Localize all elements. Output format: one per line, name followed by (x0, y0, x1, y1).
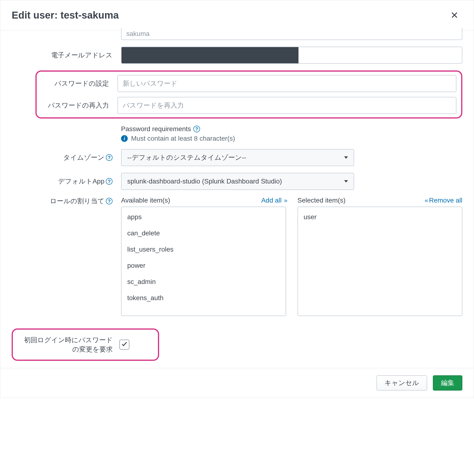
roles-panels: Available item(s) Add all » appscan_dele… (121, 197, 462, 316)
selected-panel: Selected item(s) « Remove all user (297, 197, 463, 316)
help-icon[interactable]: ? (106, 178, 113, 185)
info-icon: i (121, 135, 128, 142)
list-item[interactable]: list_users_roles (122, 241, 286, 257)
password-confirm-label: パスワードの再入力 (37, 101, 117, 110)
add-all-text: Add all (261, 197, 282, 204)
password-confirm-input[interactable] (117, 97, 457, 114)
timezone-row: タイムゾーン ? --デフォルトのシステムタイムゾーン-- (12, 149, 462, 166)
help-icon[interactable]: ? (193, 126, 200, 132)
default-app-label-text: デフォルトApp (58, 177, 104, 186)
password-set-input[interactable] (117, 75, 457, 92)
remove-all-link[interactable]: « Remove all (425, 197, 462, 204)
timezone-label: タイムゾーン ? (12, 153, 121, 162)
edit-user-modal: Edit user: test-sakuma ✕ 電子メールアドレス パスワード… (0, 0, 474, 398)
password-requirements-title: Password requirements ? (121, 125, 235, 133)
roles-label: ロールの割り当て ? (12, 197, 121, 206)
roles-label-text: ロールの割り当て (50, 197, 104, 206)
cancel-button[interactable]: キャンセル (376, 375, 427, 391)
password-requirements-row: Password requirements ? i Must contain a… (12, 125, 462, 142)
list-item[interactable]: power (122, 257, 286, 274)
password-requirements: Password requirements ? i Must contain a… (121, 125, 235, 142)
available-heading: Available item(s) (121, 197, 170, 204)
list-item[interactable]: apps (122, 209, 286, 225)
chevron-down-icon (344, 180, 348, 183)
list-item[interactable]: tokens_auth (122, 290, 286, 306)
chevron-double-left-icon: « (425, 197, 426, 204)
default-app-dropdown[interactable]: splunk-dashboard-studio (Splunk Dashboar… (121, 173, 354, 190)
email-label: 電子メールアドレス (12, 51, 121, 60)
email-input[interactable] (121, 47, 462, 64)
close-button[interactable]: ✕ (447, 8, 462, 23)
timezone-value: --デフォルトのシステムタイムゾーン-- (127, 153, 246, 162)
default-app-row: デフォルトApp ? splunk-dashboard-studio (Splu… (12, 173, 462, 190)
modal-title: Edit user: test-sakuma (12, 10, 119, 21)
timezone-dropdown[interactable]: --デフォルトのシステムタイムゾーン-- (121, 149, 354, 166)
password-requirement-item: i Must contain at least 8 character(s) (121, 135, 235, 142)
list-item[interactable]: sc_admin (122, 274, 286, 290)
list-item[interactable]: can_delete (122, 225, 286, 241)
password-requirement-text: Must contain at least 8 character(s) (131, 135, 235, 142)
selected-heading: Selected item(s) (297, 197, 345, 204)
fullname-input[interactable] (121, 28, 462, 40)
modal-header: Edit user: test-sakuma ✕ (0, 0, 474, 31)
require-change-checkbox[interactable] (119, 340, 129, 350)
timezone-label-text: タイムゾーン (63, 153, 104, 162)
modal-body: 電子メールアドレス パスワードの設定 パスワードの再入力 Password re… (0, 28, 474, 368)
modal-footer: キャンセル 編集 (0, 368, 474, 398)
help-icon[interactable]: ? (106, 154, 113, 161)
roles-row: ロールの割り当て ? Available item(s) Add all » a… (12, 197, 462, 316)
available-header: Available item(s) Add all » (121, 197, 286, 204)
chevron-double-right-icon: » (284, 197, 286, 204)
email-row: 電子メールアドレス (12, 47, 462, 64)
list-item[interactable]: user (298, 209, 462, 225)
available-listbox[interactable]: appscan_deletelist_users_rolespowersc_ad… (121, 206, 286, 316)
require-change-highlight-box: 初回ログイン時にパスワードの変更を要求 (12, 328, 159, 361)
selected-header: Selected item(s) « Remove all (297, 197, 463, 204)
default-app-label: デフォルトApp ? (12, 177, 121, 186)
password-set-row: パスワードの設定 (37, 75, 457, 92)
chevron-down-icon (344, 156, 348, 159)
close-icon: ✕ (450, 10, 458, 20)
save-button[interactable]: 編集 (433, 375, 462, 391)
password-requirements-title-text: Password requirements (121, 125, 191, 133)
remove-all-text: Remove all (429, 197, 462, 204)
fullname-row (12, 28, 462, 40)
checkmark-icon (121, 340, 128, 349)
password-highlight-box: パスワードの設定 パスワードの再入力 (35, 70, 462, 119)
password-confirm-row: パスワードの再入力 (37, 97, 457, 114)
require-change-label: 初回ログイン時にパスワードの変更を要求 (19, 335, 119, 354)
help-icon[interactable]: ? (106, 198, 113, 204)
password-set-label: パスワードの設定 (37, 79, 117, 88)
available-panel: Available item(s) Add all » appscan_dele… (121, 197, 286, 316)
selected-listbox[interactable]: user (297, 206, 463, 316)
email-redacted-mask (122, 47, 298, 63)
add-all-link[interactable]: Add all » (261, 197, 286, 204)
default-app-value: splunk-dashboard-studio (Splunk Dashboar… (127, 178, 282, 185)
